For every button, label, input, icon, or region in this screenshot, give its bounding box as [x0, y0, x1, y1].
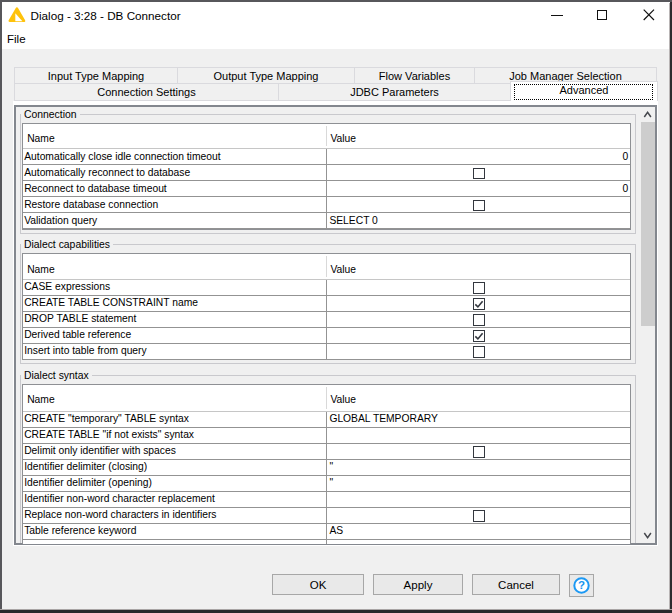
svg-text:?: ?	[578, 579, 585, 591]
